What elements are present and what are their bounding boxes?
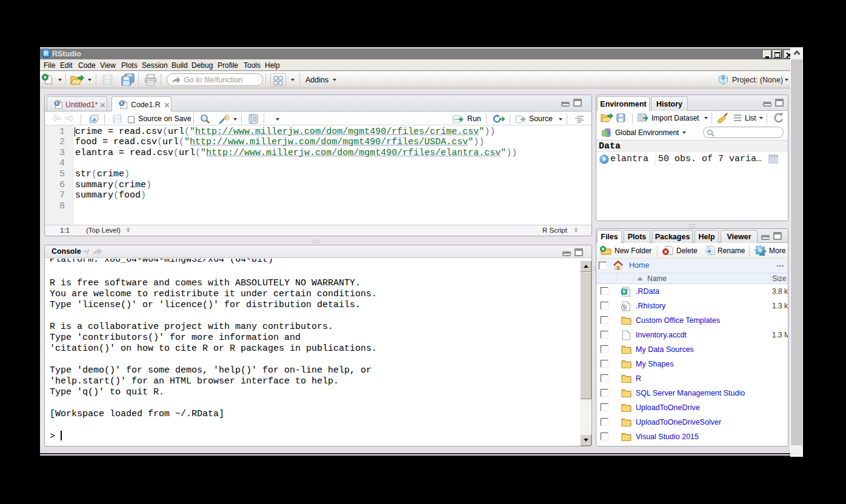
svg-text:R: R [722,75,725,81]
svg-text:R: R [120,101,124,106]
svg-text:R: R [44,50,48,57]
svg-text:R: R [55,101,59,106]
